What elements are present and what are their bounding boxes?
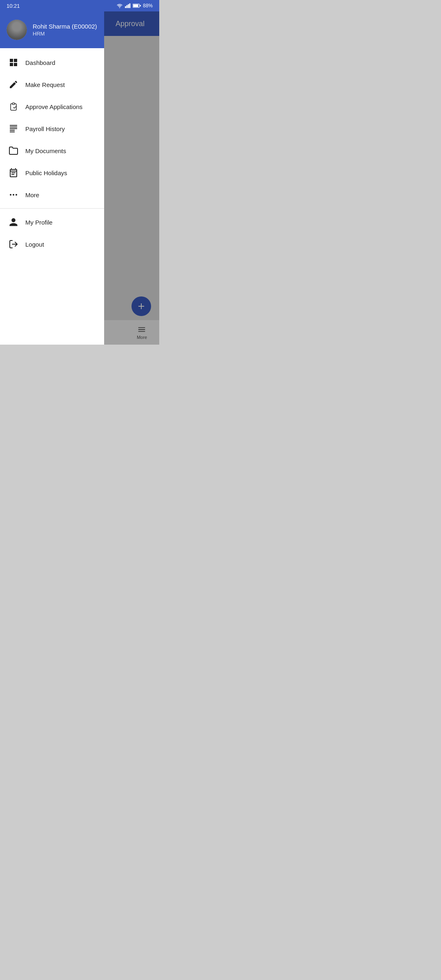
avatar: [7, 20, 27, 40]
dashboard-label: Dashboard: [25, 59, 55, 66]
approve-applications-label: Approve Applications: [25, 103, 82, 110]
user-info: Rohit Sharma (E00002) HRM: [33, 23, 97, 37]
svg-rect-0: [125, 6, 126, 8]
drawer-header: Rohit Sharma (E00002) HRM: [0, 11, 104, 48]
svg-point-7: [10, 194, 11, 196]
payroll-history-label: Payroll History: [25, 125, 65, 132]
logout-label: Logout: [25, 241, 44, 248]
status-bar: 10:21 88%: [0, 0, 159, 11]
svg-rect-5: [133, 4, 138, 7]
drawer-menu: Dashboard Make Request Approve Applicati…: [0, 48, 104, 345]
user-name: Rohit Sharma (E00002): [33, 23, 97, 30]
menu-item-more[interactable]: More: [0, 184, 104, 206]
my-profile-icon: [8, 217, 19, 227]
menu-item-public-holidays[interactable]: Public Holidays: [0, 162, 104, 184]
wifi-icon: [116, 3, 123, 8]
svg-rect-6: [140, 5, 141, 6]
public-holidays-label: Public Holidays: [25, 169, 67, 176]
my-profile-label: My Profile: [25, 219, 53, 226]
menu-item-my-profile[interactable]: My Profile: [0, 211, 104, 233]
navigation-drawer: Rohit Sharma (E00002) HRM Dashboard Make…: [0, 11, 104, 345]
make-request-icon: [8, 79, 19, 90]
payroll-history-icon: [8, 123, 19, 134]
logout-icon: [8, 239, 19, 249]
more-label: More: [25, 192, 39, 198]
menu-item-make-request[interactable]: Make Request: [0, 74, 104, 96]
approve-applications-icon: [8, 101, 19, 112]
status-icons: 88%: [116, 3, 153, 9]
time-display: 10:21: [7, 3, 20, 9]
svg-rect-3: [129, 3, 130, 8]
svg-rect-1: [126, 5, 127, 8]
svg-point-9: [16, 194, 17, 196]
svg-rect-2: [128, 4, 129, 8]
dashboard-icon: [8, 57, 19, 68]
make-request-label: Make Request: [25, 81, 65, 88]
menu-item-my-documents[interactable]: My Documents: [0, 140, 104, 162]
menu-divider: [0, 208, 104, 209]
battery-icon: [133, 3, 141, 8]
public-holidays-icon: [8, 167, 19, 178]
svg-point-8: [13, 194, 14, 196]
signal-icon: [125, 3, 131, 8]
menu-item-dashboard[interactable]: Dashboard: [0, 51, 104, 74]
my-documents-label: My Documents: [25, 147, 66, 154]
battery-percent: 88%: [143, 3, 153, 9]
user-role: HRM: [33, 31, 97, 37]
my-documents-icon: [8, 145, 19, 156]
menu-item-payroll-history[interactable]: Payroll History: [0, 118, 104, 140]
menu-item-logout[interactable]: Logout: [0, 233, 104, 255]
menu-item-approve-applications[interactable]: Approve Applications: [0, 96, 104, 118]
more-icon: [8, 189, 19, 200]
